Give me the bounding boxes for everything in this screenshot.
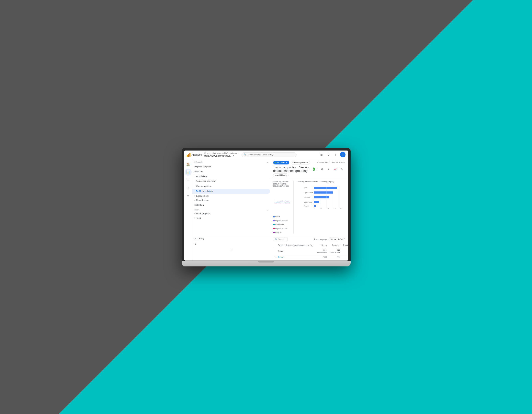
laptop-base: [181, 261, 351, 266]
col-users[interactable]: +Users: [315, 243, 328, 248]
avatar[interactable]: G: [340, 152, 345, 157]
line-chart-area: Users by Session default channel groupin…: [273, 180, 294, 234]
date-range-label: Custom Jun 1 – Jun 30, 2022 ▾: [317, 161, 344, 164]
engagement-chevron: ▸: [195, 195, 196, 197]
sidebar-item-realtime[interactable]: Realtime: [192, 169, 270, 174]
edit-btn[interactable]: ✎: [339, 166, 345, 172]
more-icon-btn[interactable]: ⋮: [333, 152, 338, 157]
sidebar-group-tech[interactable]: ▸ Tech: [192, 216, 270, 220]
list-nav-btn[interactable]: ≡: [185, 192, 192, 199]
sidebar-group-monetization[interactable]: ▸ Monetization: [192, 198, 270, 202]
date-range[interactable]: Custom Jun 1 – Jun 30, 2022 ▾: [317, 161, 344, 164]
top-icons: ⊞ ? ⋮ G: [319, 152, 345, 157]
ga-logo-icon: [187, 153, 190, 157]
title-dropdown-icon[interactable]: ▾: [316, 168, 318, 170]
rows-per-page-select[interactable]: 10 25 50: [329, 237, 337, 241]
bar-chart-title: Users by Session default channel groupin…: [297, 180, 345, 183]
sidebar-item-library[interactable]: ☰ Library: [192, 236, 270, 241]
table-nav-btn[interactable]: ☰: [185, 177, 192, 184]
account-url: https://www.eighty3creative... ▾: [204, 154, 239, 157]
sidebar-group-acquisition[interactable]: ▾ Acquisition: [192, 174, 270, 179]
row-users: 150: [315, 259, 328, 261]
legend-dot-organic-social: [273, 228, 275, 229]
lifecycle-chevron: ▴: [267, 161, 268, 163]
sidebar-menu: Life cycle ▴ Reports snapshot Realtime ▾…: [192, 159, 270, 261]
home-nav-btn[interactable]: 🏠: [185, 161, 192, 168]
legend-paid-social-label: Paid Social: [275, 224, 284, 226]
table-row: 1 Direct 180 222 101 0m 21s 0.56 6.09: [273, 255, 348, 259]
table-row: 2 Organic Search 150 194 120 0m 43s 0.80…: [273, 259, 348, 261]
external-link-btn[interactable]: ⧉: [319, 166, 325, 172]
totals-users-val: 511: [323, 249, 327, 252]
col-channel-label: Session default channel grouping ▾: [278, 244, 309, 246]
pagination-label: 1-7 of 7: [338, 238, 345, 241]
chip-close: ✕: [286, 161, 287, 164]
table-search[interactable]: 🔍 Search...: [273, 237, 288, 241]
top-bar: Analytics All accounts > www.eighty3crea…: [184, 151, 348, 159]
legend-direct-label: Direct: [275, 216, 280, 218]
bar-referral: [314, 205, 315, 207]
rows-per-page: Rows per page: 10 25 50 1-7 of 7: [314, 237, 345, 241]
demographics-chevron: ▸: [195, 212, 196, 215]
svg-text:Organic Search: Organic Search: [304, 192, 313, 193]
filter-bar: All Users ✕ Add comparison + Custom Jun …: [273, 161, 345, 164]
help-icon-btn[interactable]: ?: [326, 152, 331, 157]
col-add-btn[interactable]: +: [310, 244, 313, 247]
search-icon: 🔍: [244, 153, 247, 156]
sidebar-item-retention[interactable]: Retention: [192, 202, 270, 207]
retention-label: Retention: [195, 204, 204, 206]
ga-bar2: [188, 154, 189, 157]
grid-icon-btn[interactable]: ⊞: [319, 152, 324, 157]
realtime-label: Realtime: [195, 170, 203, 173]
user-chevron: ▴: [267, 209, 268, 211]
share-btn[interactable]: ↗: [326, 166, 331, 172]
page-title-row: Traffic acquisition: Session default cha…: [273, 166, 345, 173]
legend-direct: Direct: [273, 216, 280, 218]
logo-area: Analytics: [187, 153, 202, 157]
row-channel-name[interactable]: Direct: [278, 256, 283, 258]
sidebar-item-reports-snapshot[interactable]: Reports snapshot: [192, 164, 270, 169]
sidebar-item-acquisition-overview[interactable]: Acquisition overview: [192, 179, 270, 184]
col-sessions[interactable]: Sessions: [328, 243, 342, 248]
legend-dot-referral: [273, 232, 275, 233]
add-filter-btn[interactable]: ⊕ Add filter +: [273, 173, 288, 177]
bar-chart-area: Users by Session default channel groupin…: [294, 180, 345, 234]
svg-text:100: 100: [327, 208, 329, 209]
sidebar-group-engagement[interactable]: ▸ Engagement: [192, 194, 270, 198]
sidebar-item-traffic-acquisition[interactable]: Traffic acquisition: [192, 189, 270, 194]
col-num: [273, 243, 277, 248]
svg-text:150: 150: [334, 208, 336, 209]
col-engaged-sessions-label: Engaged sessions: [343, 244, 348, 246]
line-chart-svg: 20 15 10 5 0 5: [273, 189, 290, 214]
sidebar-group-demographics[interactable]: ▸ Demographics: [192, 211, 270, 216]
legend-dot-organic-search: [273, 220, 275, 221]
monetization-chevron: ▸: [195, 199, 196, 201]
all-users-chip[interactable]: All Users ✕: [273, 161, 289, 164]
sidebar-item-user-acquisition[interactable]: User acquisition: [192, 184, 270, 189]
row-channel-name[interactable]: Organic Search: [278, 260, 292, 261]
demographics-group-label: Demographics: [196, 212, 210, 215]
add-comparison-chip[interactable]: Add comparison +: [291, 161, 310, 164]
analytics-nav-btn[interactable]: 📊: [185, 169, 192, 176]
sidebar-item-settings[interactable]: ⚙: [192, 241, 270, 247]
col-engaged-sessions[interactable]: Engaged sessions: [342, 243, 348, 248]
svg-text:5: 5: [274, 203, 274, 203]
search-input[interactable]: [248, 153, 294, 156]
search-bar[interactable]: 🔍: [242, 152, 296, 157]
row-users: 180: [315, 255, 328, 259]
svg-text:200: 200: [340, 208, 342, 209]
chart-btn[interactable]: 📈: [332, 166, 338, 172]
totals-channel: Totals: [276, 248, 315, 255]
bar-chart-svg: Direct Organic Search Paid Social Organi…: [297, 184, 345, 210]
data-table: Session default channel grouping ▾ + +Us…: [273, 243, 348, 261]
svg-text:10: 10: [274, 201, 274, 202]
svg-text:0: 0: [314, 208, 314, 209]
sidebar-bottom: ☰ Library ⚙ ‹: [192, 236, 270, 252]
totals-users: 511 100% of total: [315, 248, 328, 255]
sidebar-collapse-btn[interactable]: ‹: [192, 247, 270, 252]
table-header-row: Session default channel grouping ▾ + +Us…: [273, 243, 348, 248]
col-channel[interactable]: Session default channel grouping ▾ +: [276, 243, 315, 248]
circle-nav-btn[interactable]: ◎: [185, 184, 192, 191]
legend-dot-paid-social: [273, 224, 275, 225]
user-acquisition-label: User acquisition: [196, 185, 211, 187]
